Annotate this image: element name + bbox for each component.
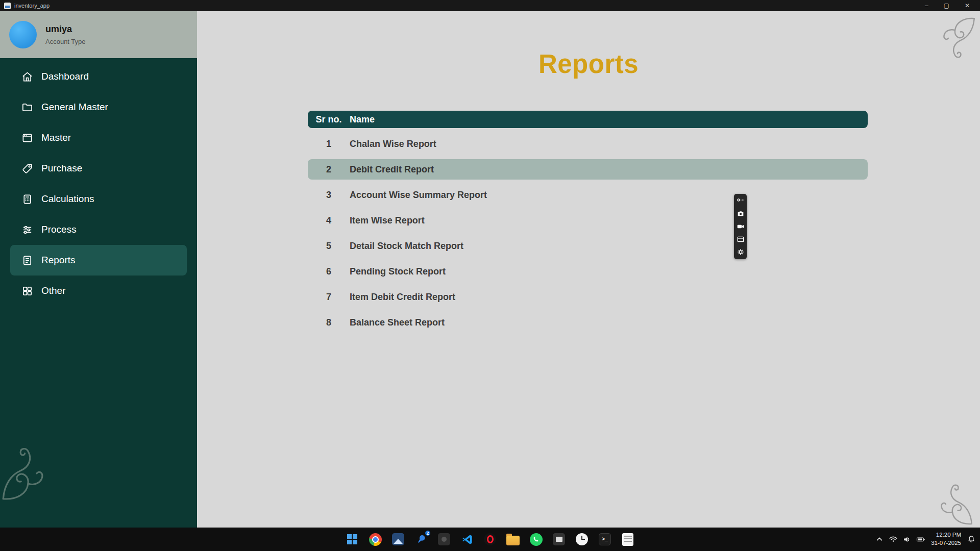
vscode-icon[interactable]: [460, 532, 474, 546]
tray-clock[interactable]: 12:20 PM 31-07-2025: [931, 531, 961, 547]
link-ellipsis-icon[interactable]: [737, 197, 745, 205]
table-row[interactable]: 4 Item Wise Report: [308, 208, 868, 233]
table-row[interactable]: 6 Pending Stock Report: [308, 259, 868, 284]
sidebar-item-label: Calculations: [41, 193, 94, 205]
row-name: Item Debit Credit Report: [350, 292, 868, 303]
sidebar-item-calculations[interactable]: Calculations: [10, 184, 187, 214]
calculator-icon: [21, 193, 33, 205]
tray-time: 12:20 PM: [931, 531, 961, 539]
table-row[interactable]: 8 Balance Sheet Report: [308, 310, 868, 335]
row-name: Detail Stock Match Report: [350, 241, 868, 252]
table-row[interactable]: 3 Account Wise Summary Report: [308, 182, 868, 208]
row-name: Item Wise Report: [350, 215, 868, 226]
sidebar-item-label: General Master: [41, 102, 108, 113]
sidebar-item-label: Dashboard: [41, 71, 89, 82]
notification-bell-icon[interactable]: [967, 535, 976, 544]
sidebar-item-label: Process: [41, 224, 77, 235]
window-icon[interactable]: [737, 235, 745, 243]
sidebar-item-process[interactable]: Process: [10, 214, 187, 245]
pinned-app-icon[interactable]: 2: [414, 532, 428, 546]
table-row-selected[interactable]: 2 Debit Credit Report: [308, 159, 868, 180]
flourish-ornament-bottom-left: [1, 447, 55, 501]
sidebar-menu: Dashboard General Master Master Purchase…: [0, 58, 197, 306]
clock-app-icon[interactable]: [575, 532, 589, 546]
sidebar-item-dashboard[interactable]: Dashboard: [10, 61, 187, 92]
report-icon: [21, 255, 33, 266]
grid-icon: [21, 285, 33, 297]
system-tray: 12:20 PM 31-07-2025: [875, 528, 976, 551]
row-sr: 6: [308, 266, 350, 277]
snipping-tool-icon[interactable]: [552, 532, 566, 546]
minimize-button[interactable]: –: [925, 0, 928, 11]
sidebar-item-general-master[interactable]: General Master: [10, 92, 187, 122]
tray-date: 31-07-2025: [931, 539, 961, 547]
notepad-icon[interactable]: [621, 532, 635, 546]
tag-icon: [21, 163, 33, 174]
profile-section: umiya Account Type: [0, 11, 197, 58]
sidebar-item-reports[interactable]: Reports: [10, 245, 187, 276]
profile-name: umiya: [45, 24, 86, 35]
card-icon: [21, 132, 33, 144]
close-button[interactable]: ✕: [965, 0, 970, 11]
photos-icon[interactable]: [391, 532, 405, 546]
profile-subtitle: Account Type: [45, 38, 86, 45]
table-row[interactable]: 1 Chalan Wise Report: [308, 131, 868, 157]
sidebar: umiya Account Type Dashboard General Mas…: [0, 11, 197, 528]
battery-icon[interactable]: [916, 535, 925, 544]
terminal-icon[interactable]: >_: [598, 532, 612, 546]
capture-toolbar: [734, 194, 747, 259]
whatsapp-icon[interactable]: [529, 532, 543, 546]
wifi-icon[interactable]: [889, 535, 898, 544]
chevron-up-icon[interactable]: [875, 535, 884, 544]
header-sr-no: Sr no.: [308, 114, 350, 125]
sidebar-item-label: Reports: [41, 255, 76, 266]
header-name: Name: [350, 114, 868, 125]
sidebar-item-label: Other: [41, 285, 66, 296]
row-sr: 4: [308, 215, 350, 226]
windows-logo-icon: [347, 534, 357, 544]
sidebar-item-other[interactable]: Other: [10, 276, 187, 306]
table-body: 1 Chalan Wise Report 2 Debit Credit Repo…: [308, 131, 868, 335]
table-header-row: Sr no. Name: [308, 111, 868, 128]
row-sr: 5: [308, 241, 350, 252]
maximize-button[interactable]: ▢: [944, 0, 949, 11]
main-content: Reports Sr no. Name 1 Chalan Wise Report…: [197, 11, 980, 528]
home-icon: [21, 71, 33, 83]
volume-icon[interactable]: [902, 535, 912, 544]
page-title: Reports: [197, 49, 980, 79]
row-sr: 7: [308, 292, 350, 303]
folder-icon: [21, 102, 33, 113]
start-button[interactable]: [345, 532, 359, 546]
table-row[interactable]: 5 Detail Stock Match Report: [308, 233, 868, 259]
window-title: inventory_app: [14, 3, 50, 9]
camera-icon[interactable]: [737, 210, 745, 218]
sidebar-item-master[interactable]: Master: [10, 122, 187, 153]
row-sr: 8: [308, 317, 350, 328]
app-icon: [4, 3, 11, 9]
row-sr: 3: [308, 190, 350, 201]
reports-table: Sr no. Name 1 Chalan Wise Report 2 Debit…: [308, 111, 868, 335]
dark-app-icon[interactable]: [437, 532, 451, 546]
table-row[interactable]: 7 Item Debit Credit Report: [308, 284, 868, 310]
sliders-icon: [21, 224, 33, 236]
chrome-icon[interactable]: [368, 532, 382, 546]
avatar: [9, 21, 37, 48]
gear-icon[interactable]: [737, 248, 745, 256]
row-sr: 2: [308, 164, 350, 175]
row-name: Debit Credit Report: [350, 164, 868, 175]
row-name: Account Wise Summary Report: [350, 190, 868, 201]
row-name: Balance Sheet Report: [350, 317, 868, 328]
taskbar: 2 >_ 12:20 PM 31-07-2025: [0, 528, 980, 551]
sidebar-item-label: Purchase: [41, 163, 82, 174]
opera-icon[interactable]: [483, 532, 497, 546]
row-sr: 1: [308, 139, 350, 149]
sidebar-item-label: Master: [41, 132, 71, 143]
window-titlebar: inventory_app – ▢ ✕: [0, 0, 980, 11]
sidebar-item-purchase[interactable]: Purchase: [10, 153, 187, 184]
row-name: Pending Stock Report: [350, 266, 868, 277]
file-explorer-icon[interactable]: [506, 532, 520, 546]
row-name: Chalan Wise Report: [350, 139, 868, 149]
notification-badge: 2: [424, 530, 431, 537]
video-camera-icon[interactable]: [737, 222, 745, 231]
